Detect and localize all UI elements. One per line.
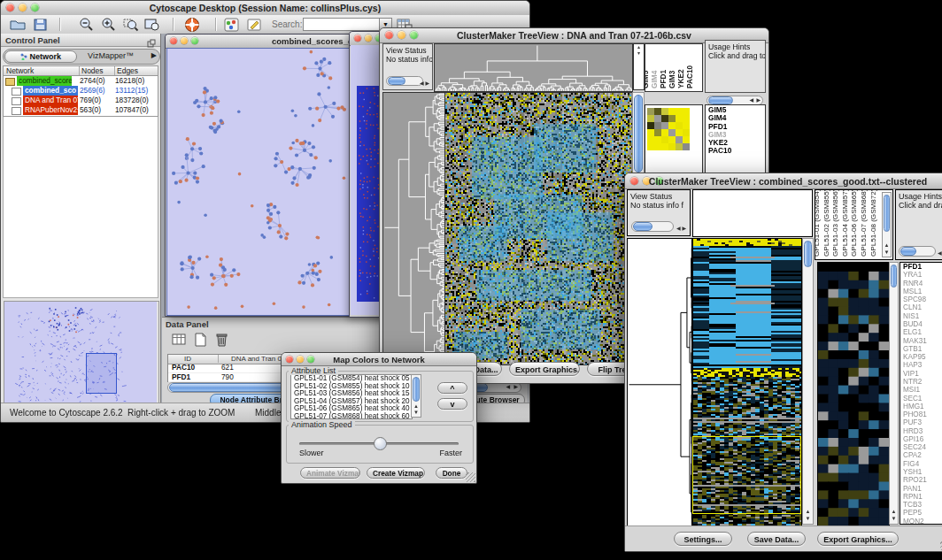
tv2-export-graphics-button[interactable]: Export Graphics... <box>817 532 899 546</box>
main-window-title: Cytoscape Desktop (Session Name: collins… <box>1 3 529 13</box>
tv1-global-heatmap-cell <box>647 122 654 129</box>
tv1-global-heatmap-cell <box>683 115 690 122</box>
tv2-save-data-button[interactable]: Save Data... <box>747 532 806 546</box>
tv2-gene-label: PAN1 <box>900 485 942 493</box>
annotation-icon[interactable] <box>246 17 264 33</box>
tv1-status-scrollbar[interactable] <box>386 76 423 86</box>
move-down-button[interactable]: v <box>437 398 467 410</box>
tv2-gene-label: TCB3 <box>900 501 942 509</box>
tv2-gene-label: HRD3 <box>900 427 942 435</box>
netwin2-minimize-button[interactable] <box>365 35 372 42</box>
tv2-status-scrollbar[interactable] <box>631 221 674 232</box>
nodes-count: 563(0) <box>80 105 101 115</box>
attribute-list-scrollbar[interactable]: ▲▼ <box>411 374 421 418</box>
attribute-listbox[interactable]: GPL51-01 (GSM854) heat shock 05 minGPL51… <box>290 374 413 419</box>
tv2-usage-scrollbar[interactable] <box>899 246 936 257</box>
network-name: RNAPuberNov2+ <box>23 105 78 115</box>
zoom-selected-icon[interactable] <box>122 17 140 33</box>
network-overview-canvas[interactable] <box>4 302 157 406</box>
zoom-fit-icon[interactable] <box>143 17 161 33</box>
move-up-button[interactable]: ^ <box>437 382 467 394</box>
tv2-gene-label: NIS1 <box>900 312 942 320</box>
main-titlebar[interactable]: Cytoscape Desktop (Session Name: collins… <box>1 1 529 16</box>
help-lifering-icon[interactable] <box>184 17 202 33</box>
network-overview-panel[interactable] <box>4 301 159 409</box>
tv2-detail-vscrollbar[interactable]: ▲▼ <box>889 262 899 525</box>
network-row[interactable]: combined_scores2764(0)16218(0) <box>4 76 158 86</box>
tv2-status-scroll-arrows-icon[interactable]: ◀ ▶ <box>676 225 686 231</box>
tv1-heatmap[interactable] <box>444 92 633 365</box>
new-attribute-icon[interactable] <box>192 332 210 348</box>
tv1-global-heatmap-cell <box>668 115 676 122</box>
tv2-column-dendrogram-area[interactable] <box>692 189 813 237</box>
tv2-usage-scroll-arrows-icon[interactable]: ◀ ▶ <box>938 249 942 256</box>
edges-count: 183728(0) <box>115 96 149 105</box>
tv2-column-label: GPL51-07 (GSM868) <box>860 189 868 257</box>
tv1-global-heatmap-cell <box>661 115 668 122</box>
tv1-row-dendrogram[interactable] <box>382 92 445 365</box>
tv2-settings-button[interactable]: Settings... <box>674 532 732 546</box>
animate-vizmap-button[interactable]: Animate Vizmap <box>300 467 360 479</box>
tv1-column-dendrogram[interactable] <box>434 43 633 92</box>
tab-overflow-arrow[interactable]: ▶ <box>151 50 157 61</box>
tv1-view-status-panel: View StatusNo status info f ◀ ▶ <box>382 43 433 90</box>
network-row[interactable]: DNA and Tran 07769(0)183728(0) <box>4 96 158 105</box>
tv1-global-heatmap-cell <box>654 143 661 150</box>
tv1-global-heatmap[interactable] <box>647 108 690 150</box>
tv1-dendro-scroll-strip[interactable]: ▴▾ <box>633 43 645 90</box>
netwin2-close-button[interactable] <box>354 35 361 42</box>
tv2-column-labels-panel[interactable]: ▲▼ GPL51-01 (GSM854)GPL51-02 (GSM855)GPL… <box>815 189 893 260</box>
done-button[interactable]: Done <box>436 467 467 479</box>
create-vizmap-button[interactable]: Create Vizmap <box>367 467 425 479</box>
tv2-gene-label: KAP95 <box>900 353 942 361</box>
tv2-gene-label: PUF3 <box>900 418 942 426</box>
tv2-gene-label: YSH1 <box>900 468 942 476</box>
network-table-header[interactable]: Network Nodes Edges <box>3 65 158 76</box>
tv1-usage-hints-panel: Usage HintsClick and drag to <box>705 40 766 93</box>
tv1-global-heatmap-cell <box>683 129 690 136</box>
tv2-collabel-scrollbar[interactable]: ▲▼ <box>882 192 892 257</box>
tv2-gene-label: SEC1 <box>900 395 942 403</box>
delete-attribute-icon[interactable] <box>213 332 231 348</box>
tv1-global-heatmap-cell <box>676 129 683 136</box>
tv1-column-labels-panel[interactable]: GIM5GIM4PFD1GIM3YKE2PAC10 <box>645 43 703 92</box>
tv1-gene-label: YKE2 <box>706 138 765 146</box>
tv1-column-label: PAC10 <box>685 65 694 88</box>
tv2-heatmap-selection[interactable] <box>692 436 801 514</box>
open-session-icon[interactable] <box>9 17 27 33</box>
tv1-global-heatmap-cell <box>676 108 683 115</box>
map-colors-dialog: Map Colors to Network Attribute List GPL… <box>281 352 477 484</box>
attribute-list-item[interactable]: GPL51-07 (GSM868) heat shock 60 min <box>291 413 412 419</box>
tv1-global-heatmap-cell <box>683 136 690 143</box>
network-name: combined_scores <box>17 76 72 86</box>
network-row[interactable]: combined_sco2569(6)13112(15) <box>4 86 158 96</box>
control-panel: Control Panel Network VizMapper™ ▶ Netwo… <box>1 34 161 403</box>
status-hint-zoom: Right-click + drag to ZOOM <box>127 408 235 418</box>
edges-count: 107847(0) <box>115 105 149 115</box>
tv1-global-heatmap-cell <box>654 136 661 143</box>
overview-viewport-rect[interactable] <box>86 353 117 394</box>
speed-slider-thumb[interactable] <box>374 437 387 450</box>
tv2-row-dendrogram[interactable] <box>627 238 692 526</box>
tab-network[interactable]: Network <box>4 50 77 63</box>
tv1-global-heatmap-cell <box>654 108 661 115</box>
tv1-global-heatmap-cell <box>676 143 683 150</box>
tv2-gene-label: HMG1 <box>900 403 942 410</box>
zoom-in-icon[interactable] <box>100 17 118 33</box>
tv2-detail-heatmap[interactable] <box>817 262 890 526</box>
vizmapper-icon[interactable] <box>223 17 241 33</box>
attribute-list-label: Attribute List <box>289 366 338 375</box>
data-panel-title: Data Panel <box>166 319 209 329</box>
tv1-status-scroll-arrows-icon[interactable]: ◀ ▶ <box>420 80 429 86</box>
tv1-export-graphics-button[interactable]: Export Graphics... <box>509 362 580 376</box>
tv2-gene-label: GTB1 <box>900 345 942 353</box>
tv2-heatmap-vscrollbar[interactable]: ▲▼ <box>802 238 814 525</box>
zoom-out-icon[interactable] <box>78 17 96 33</box>
table-mode-icon[interactable] <box>171 332 189 348</box>
tv2-gene-list[interactable]: PFD1YRA1RNR4MSL1SPC98CLN1NIS1BUD4ELG1MAK… <box>900 262 942 525</box>
tab-vizmapper[interactable]: VizMapper™ <box>78 50 143 61</box>
network-row[interactable]: RNAPuberNov2+563(0)107847(0) <box>4 105 158 115</box>
search-input[interactable] <box>303 18 382 31</box>
tv2-gene-label: ELG1 <box>900 328 942 336</box>
save-session-icon[interactable] <box>32 17 50 33</box>
